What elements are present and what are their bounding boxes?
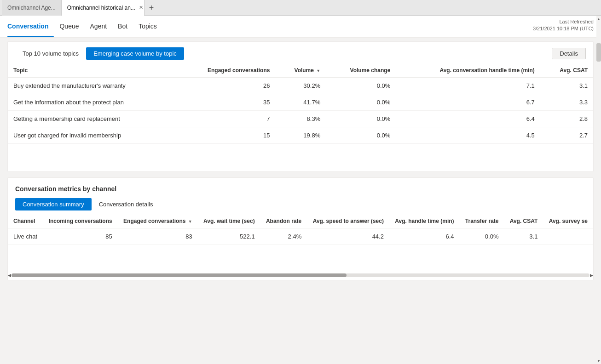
cell-avg-handle: 7.1 xyxy=(396,78,540,94)
cell-volume: 41.7% xyxy=(275,94,326,111)
cell-volume-change: 0.0% xyxy=(326,127,396,144)
last-refreshed-label: Last Refreshed xyxy=(533,18,594,25)
cell-transfer: 0.0% xyxy=(460,228,504,245)
cell-avg-handle: 6.4 xyxy=(396,111,540,127)
mcol-abandon: Abandon rate xyxy=(260,214,307,228)
nav-item-queue[interactable]: Queue xyxy=(54,15,84,37)
tab-label-2: Omnichannel historical an... xyxy=(67,5,135,11)
mcol-speed: Avg. speed to answer (sec) xyxy=(307,214,389,228)
cell-topic: User got charged for invalid membership xyxy=(8,127,176,144)
cell-topic: Getting a membership card replacement xyxy=(8,111,176,127)
tab-add-button[interactable]: + xyxy=(144,0,159,16)
tab-label-1: Omnichannel Age... xyxy=(7,5,56,11)
cell-avg-wait: 522.1 xyxy=(198,228,260,245)
col-avg-csat: Avg. CSAT xyxy=(540,63,593,78)
metrics-card: Conversation metrics by channel Conversa… xyxy=(7,177,594,280)
browser-tabs: Omnichannel Age... Omnichannel historica… xyxy=(0,0,601,16)
topics-table: Topic Engaged conversations Volume ▼ Vol… xyxy=(8,63,593,144)
col-topic: Topic xyxy=(8,63,176,78)
cell-avg-csat: 3.1 xyxy=(540,78,593,94)
cell-survey xyxy=(543,228,593,245)
table-row: Live chat 85 83 522.1 2.4% 44.2 6.4 0.0%… xyxy=(8,228,593,245)
cell-csat: 3.1 xyxy=(504,228,543,245)
col-volume-change: Volume change xyxy=(326,63,396,78)
tab-emerging[interactable]: Emerging case volume by topic xyxy=(86,47,184,60)
tab-close-icon[interactable]: ✕ xyxy=(139,5,143,11)
cell-volume: 8.3% xyxy=(275,111,326,127)
table-row: Get the information about the protect pl… xyxy=(8,94,593,111)
table-row: User got charged for invalid membership … xyxy=(8,127,593,144)
col-volume[interactable]: Volume ▼ xyxy=(275,63,326,78)
cell-avg-csat: 2.8 xyxy=(540,111,593,127)
cell-avg-csat: 3.3 xyxy=(540,94,593,111)
cell-avg-handle: 4.5 xyxy=(396,127,540,144)
engaged-sort-icon: ▼ xyxy=(188,219,192,224)
page-wrapper: Omnichannel Age... Omnichannel historica… xyxy=(0,0,601,364)
cell-incoming: 85 xyxy=(43,228,117,245)
col-engaged: Engaged conversations xyxy=(176,63,276,78)
cell-channel: Live chat xyxy=(8,228,43,245)
topics-card-tabs: Top 10 volume topics Emerging case volum… xyxy=(8,42,593,63)
last-refreshed: Last Refreshed 3/21/2021 10:18 PM (UTC) xyxy=(533,18,594,33)
mcol-csat: Avg. CSAT xyxy=(504,214,543,228)
table-row: Getting a membership card replacement 7 … xyxy=(8,111,593,127)
cell-engaged: 26 xyxy=(176,78,276,94)
cell-engaged: 7 xyxy=(176,111,276,127)
cell-handle: 6.4 xyxy=(389,228,460,245)
right-scrollbar[interactable]: ▲ ▼ xyxy=(596,16,601,364)
mcol-transfer: Transfer rate xyxy=(460,214,504,228)
mcol-survey: Avg. survey se xyxy=(543,214,593,228)
tab-details[interactable]: Conversation details xyxy=(92,198,161,210)
scroll-left-arrow[interactable]: ◀ xyxy=(8,273,11,278)
bottom-scrollbar-container[interactable]: ◀ ▶ xyxy=(8,273,593,278)
top-nav: Conversation Queue Agent Bot Topics Last… xyxy=(0,16,601,38)
nav-item-topics[interactable]: Topics xyxy=(133,15,162,37)
nav-item-bot[interactable]: Bot xyxy=(112,15,133,37)
cell-volume-change: 0.0% xyxy=(326,94,396,111)
cell-topic: Get the information about the protect pl… xyxy=(8,94,176,111)
last-refreshed-value: 3/21/2021 10:18 PM (UTC) xyxy=(533,25,594,32)
tab-top10[interactable]: Top 10 volume topics xyxy=(15,47,86,60)
scroll-down-arrow[interactable]: ▼ xyxy=(596,358,601,364)
scroll-up-arrow[interactable]: ▲ xyxy=(596,16,601,22)
cell-volume-change: 0.0% xyxy=(326,78,396,94)
mcol-channel: Channel xyxy=(8,214,43,228)
scroll-thumb[interactable] xyxy=(596,43,601,62)
cell-speed: 44.2 xyxy=(307,228,389,245)
topics-card: Top 10 volume topics Emerging case volum… xyxy=(7,41,594,172)
table-row: Buy extended the manufacturer's warranty… xyxy=(8,78,593,94)
cell-avg-csat: 2.7 xyxy=(540,127,593,144)
metrics-table: Channel Incoming conversations Engaged c… xyxy=(8,214,593,245)
mcol-handle: Avg. handle time (min) xyxy=(389,214,460,228)
main-area: Top 10 volume topics Emerging case volum… xyxy=(0,38,601,364)
browser-tab-1[interactable]: Omnichannel Age... xyxy=(2,0,62,16)
browser-tab-2[interactable]: Omnichannel historical an... ✕ xyxy=(62,0,144,16)
cell-topic: Buy extended the manufacturer's warranty xyxy=(8,78,176,94)
cell-volume: 30.2% xyxy=(275,78,326,94)
cell-volume-change: 0.0% xyxy=(326,111,396,127)
mcol-avg-wait: Avg. wait time (sec) xyxy=(198,214,260,228)
cell-volume: 19.8% xyxy=(275,127,326,144)
scroll-right-arrow[interactable]: ▶ xyxy=(590,273,593,278)
metrics-section-header: Conversation metrics by channel xyxy=(8,178,593,194)
nav-item-agent[interactable]: Agent xyxy=(85,15,113,37)
nav-item-conversation[interactable]: Conversation xyxy=(7,15,54,37)
cell-abandon: 2.4% xyxy=(260,228,307,245)
tab-summary[interactable]: Conversation summary xyxy=(15,198,92,210)
mcol-engaged[interactable]: Engaged conversations ▼ xyxy=(118,214,198,228)
cell-avg-handle: 6.7 xyxy=(396,94,540,111)
cell-engaged: 35 xyxy=(176,94,276,111)
cell-engaged: 83 xyxy=(118,228,198,245)
metrics-card-tabs: Conversation summary Conversation detail… xyxy=(8,194,593,214)
details-button[interactable]: Details xyxy=(552,48,586,59)
col-avg-handle: Avg. conversation handle time (min) xyxy=(396,63,540,78)
cell-engaged: 15 xyxy=(176,127,276,144)
volume-sort-icon: ▼ xyxy=(316,68,320,73)
mcol-incoming: Incoming conversations xyxy=(43,214,117,228)
